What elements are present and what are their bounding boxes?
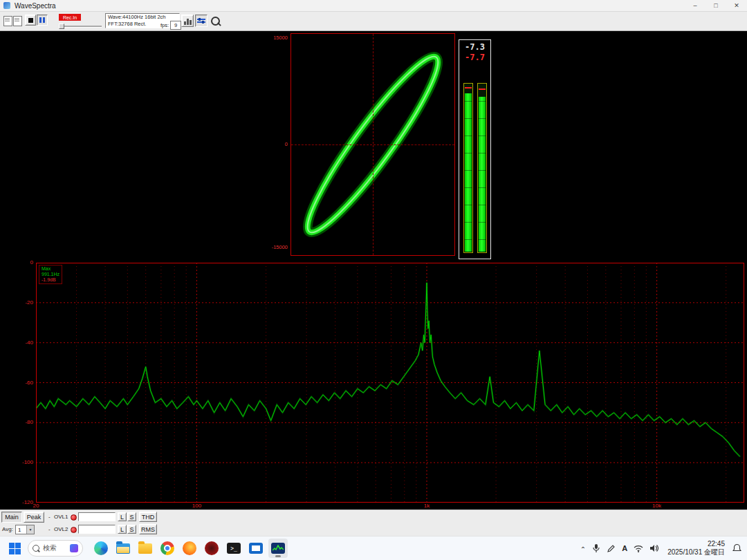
- taskbar-app-mail[interactable]: [246, 539, 266, 558]
- stop-icon: [28, 18, 33, 23]
- stop-button[interactable]: [25, 15, 36, 26]
- spectrum-info-line2: 991.1Hz: [42, 272, 59, 277]
- app-icon: [3, 2, 10, 9]
- s-button-2[interactable]: S: [127, 525, 136, 534]
- y-tick-label: -20: [0, 299, 33, 306]
- pen-icon[interactable]: [607, 544, 616, 553]
- chrome-icon: [160, 541, 174, 555]
- taskbar-app-wavespectra[interactable]: [268, 539, 288, 558]
- y-tick-label: -40: [0, 339, 33, 346]
- l-button-2[interactable]: L: [118, 525, 127, 534]
- search-input[interactable]: 検索: [28, 540, 83, 557]
- fps-value-spinner[interactable]: 9: [170, 21, 181, 30]
- s-button-1[interactable]: S: [127, 512, 136, 521]
- x-tick-label: 10k: [647, 503, 667, 509]
- tray-time: 22:45: [667, 540, 725, 548]
- firefox-icon: [183, 541, 196, 555]
- chevron-up-icon[interactable]: ⌃: [580, 545, 586, 553]
- ovl2-label: OVL2: [54, 526, 68, 532]
- clock[interactable]: 22:45 2025/10/31 金曜日: [667, 540, 725, 557]
- taskbar-app-opera[interactable]: [202, 539, 221, 558]
- bell-icon[interactable]: [732, 543, 741, 553]
- ovl2-input[interactable]: [78, 525, 116, 534]
- taskbar-app-folder[interactable]: [136, 539, 155, 558]
- settings-button[interactable]: [195, 15, 208, 27]
- spectrum-plot: [36, 263, 744, 503]
- taskbar-app-file-explorer[interactable]: [113, 539, 133, 558]
- search-placeholder: 検索: [43, 543, 57, 553]
- rec-in-indicator: Rec.In: [59, 14, 81, 21]
- volume-icon[interactable]: [649, 544, 658, 552]
- top-display: 15000 0 -15000 -7.3 -7.7: [0, 31, 747, 260]
- pause-icon: [39, 17, 45, 23]
- search-visual-icon: [70, 544, 78, 552]
- opera-icon: [205, 541, 219, 555]
- levels-icon: [184, 17, 192, 25]
- wavespectra-icon: [271, 543, 285, 554]
- lissajous-min-label: -15000: [256, 244, 288, 250]
- ovl1-label: OVL1: [54, 514, 68, 520]
- meter-peak-right: [479, 88, 486, 90]
- edge-icon: [94, 541, 108, 555]
- spectrum-info-box: Max 991.1Hz -1.9dB: [39, 265, 62, 284]
- slider-thumb[interactable]: [59, 24, 64, 29]
- ime-indicator[interactable]: A: [622, 544, 627, 552]
- l-button-1[interactable]: L: [118, 512, 127, 521]
- dash-label-2: -: [48, 526, 50, 532]
- taskbar-apps: >_: [91, 539, 288, 558]
- maximize-button[interactable]: □: [706, 0, 726, 11]
- x-tick-label: 1k: [416, 503, 437, 509]
- start-button[interactable]: [6, 539, 24, 557]
- peak-button[interactable]: Peak: [24, 512, 44, 523]
- chevron-down-icon[interactable]: ▼: [26, 525, 34, 534]
- lissajous-zero-label: 0: [256, 141, 288, 147]
- meter-bar-left: [463, 83, 473, 253]
- ovl1-input[interactable]: [78, 512, 116, 521]
- wavespectra-window: WaveSpectra – □ ✕ Rec.In Wave:44100Hz 16…: [0, 0, 747, 560]
- taskbar-app-terminal[interactable]: >_: [224, 539, 243, 558]
- meter-value-right: -7.7: [459, 53, 490, 62]
- spectrum-info-line3: -1.9dB: [42, 277, 59, 283]
- y-tick-label: -80: [0, 419, 33, 425]
- level-meter-panel: -7.3 -7.7: [459, 39, 491, 259]
- meter-value-left: -7.3: [459, 42, 490, 52]
- position-slider[interactable]: [59, 24, 102, 29]
- open-file-button[interactable]: [3, 16, 12, 26]
- ovl2-led: [71, 527, 77, 533]
- terminal-icon: >_: [227, 543, 241, 554]
- taskbar-app-edge[interactable]: [91, 539, 111, 558]
- settings-sliders-icon: [197, 19, 205, 23]
- control-bar: Main Peak - OVL1 L S THD Avg: 1 ▼ - OVL2…: [0, 510, 747, 536]
- rms-button[interactable]: RMS: [139, 524, 157, 534]
- close-button[interactable]: ✕: [726, 0, 747, 11]
- taskbar-app-chrome[interactable]: [158, 539, 177, 558]
- lissajous-scope: [290, 33, 455, 256]
- mic-icon[interactable]: [592, 543, 600, 553]
- lissajous-h-axis: [291, 144, 454, 145]
- file-explorer-icon: [116, 543, 130, 554]
- config-search-icon: [211, 17, 220, 26]
- x-tick-label: 100: [186, 503, 207, 509]
- fps-label: fps:: [160, 22, 169, 28]
- meter-bar-right: [477, 83, 487, 253]
- minimize-button[interactable]: –: [685, 0, 706, 11]
- new-file-button[interactable]: [13, 16, 22, 26]
- levels-view-button[interactable]: [181, 15, 194, 27]
- x-tick-label: 20: [26, 503, 46, 509]
- slider-groove: [59, 26, 102, 28]
- meter-ticks-right: [478, 84, 486, 252]
- main-tab-button[interactable]: Main: [1, 512, 22, 523]
- tray-date: 2025/10/31 金曜日: [667, 548, 725, 557]
- thd-button[interactable]: THD: [139, 512, 157, 522]
- taskbar-app-firefox[interactable]: [180, 539, 199, 558]
- ovl1-led: [71, 514, 77, 521]
- wifi-icon[interactable]: [634, 545, 643, 552]
- folder-icon: [138, 543, 152, 554]
- avg-label: Avg:: [2, 526, 13, 532]
- avg-select[interactable]: 1 ▼: [15, 525, 35, 534]
- y-tick-label: -100: [0, 459, 33, 465]
- y-tick-label: -60: [0, 380, 33, 386]
- pause-button[interactable]: [37, 15, 48, 26]
- system-tray: ⌃ A 22:45 2025/10/31 金曜日: [580, 540, 741, 557]
- config-button[interactable]: [209, 15, 221, 27]
